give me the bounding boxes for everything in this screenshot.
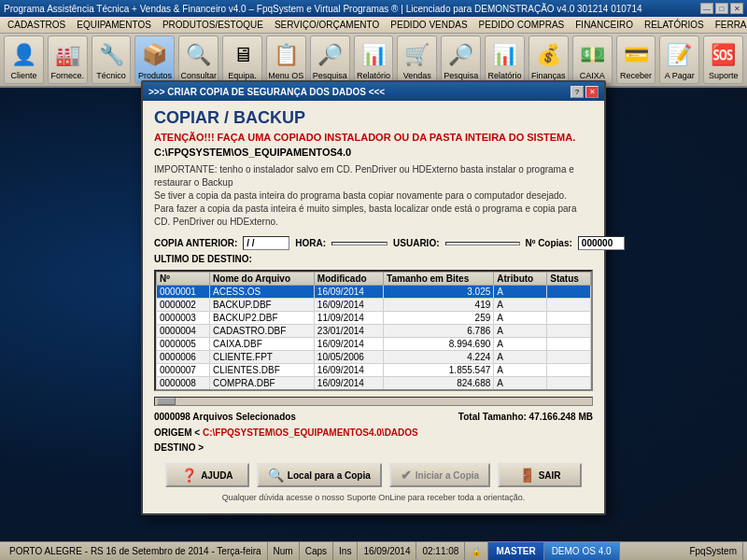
files-selected: 0000098 Arquivos Selecionados <box>154 412 296 422</box>
menu-equipamentos[interactable]: EQUIPAMENTOS <box>71 18 157 32</box>
title-bar-buttons: — □ ✕ <box>700 3 743 14</box>
ultimo-destino: ULTIMO DE DESTINO: <box>154 254 593 264</box>
maximize-button[interactable]: □ <box>715 3 728 14</box>
col-status: Status <box>547 273 591 286</box>
ajuda-icon: ❓ <box>181 468 197 483</box>
table-header-row: Nº Nome do Arquivo Modificado Tamanho em… <box>157 273 591 286</box>
menu-financeiro[interactable]: FINANCEIRO <box>570 18 639 32</box>
table-row[interactable]: 0000007 CLIENTES.DBF 16/09/2014 1.855.54… <box>157 364 591 377</box>
copia-anterior-value: / / <box>243 236 289 250</box>
table-row[interactable]: 0000001 ACESS.OS 16/09/2014 3.025 A <box>157 286 591 299</box>
fornece-icon: 🏭 <box>52 40 82 70</box>
suporte-icon: 🆘 <box>709 40 739 70</box>
dialog-title: >>> CRIAR COPIA DE SEGURANÇA DOS DADOS <… <box>148 87 385 97</box>
table-row[interactable]: 0000002 BACKUP.DBF 16/09/2014 419 A <box>157 299 591 312</box>
close-button[interactable]: ✕ <box>730 3 743 14</box>
col-name: Nome do Arquivo <box>210 273 315 286</box>
sair-button[interactable]: 🚪 SAIR <box>498 463 582 487</box>
pesquisa1-icon: 🔎 <box>315 40 345 70</box>
table-row[interactable]: 0000004 CADASTRO.DBF 23/01/2014 6.786 A <box>157 325 591 338</box>
warning-text: ATENÇÃO!!! FAÇA UMA COPIADO INSTALADOR O… <box>154 132 593 143</box>
sair-icon: 🚪 <box>519 468 535 483</box>
ajuda-button[interactable]: ❓ AJUDA <box>165 463 249 487</box>
n-copias-label: Nº Copias: <box>526 238 572 248</box>
iniciar-button[interactable]: ✔ Iniciar a Copia <box>389 463 490 487</box>
path-text: C:\FPQSYSTEM\OS_EQUIPAMENTOS4.0 <box>154 147 593 158</box>
local-button[interactable]: 🔍 Local para a Copia <box>257 463 382 487</box>
summary-row: 0000098 Arquivos Selecionados Total Tama… <box>154 412 593 422</box>
footer-text: Qualquer dúvida acesse o nosso Suporte O… <box>154 493 593 502</box>
app-title: Programa Assistência Técnica + Vendas & … <box>4 4 642 14</box>
menu-servico[interactable]: SERVIÇO/ORÇAMENTO <box>269 18 385 32</box>
dialog-content: COPIAR / BACKUP ATENÇÃO!!! FAÇA UMA COPI… <box>143 101 604 513</box>
usuario-label: USUARIO: <box>393 238 439 248</box>
menu-cadastros[interactable]: CADASTROS <box>2 18 71 32</box>
menu-produtos[interactable]: PRODUTOS/ESTOQUE <box>157 18 269 32</box>
file-table: Nº Nome do Arquivo Modificado Tamanho em… <box>156 272 591 391</box>
table-row[interactable]: 0000006 CLIENTE.FPT 10/05/2006 4.224 A <box>157 351 591 364</box>
hora-label: HORA: <box>295 238 326 248</box>
relatorio2-icon: 📊 <box>490 40 520 70</box>
cliente-icon: 👤 <box>8 40 38 70</box>
usuario-value <box>445 242 520 245</box>
col-n: Nº <box>157 273 210 286</box>
total-label: Total Tamanho: 47.166.248 MB <box>458 412 593 422</box>
copia-anterior-label: COPIA ANTERIOR: <box>154 238 237 248</box>
file-table-body: 0000001 ACESS.OS 16/09/2014 3.025 A 0000… <box>157 286 591 392</box>
col-modified: Modificado <box>314 273 383 286</box>
consultar-icon: 🔍 <box>184 40 214 70</box>
menu-pedido-vendas[interactable]: PEDIDO VENDAS <box>385 18 472 32</box>
table-row[interactable]: 0000008 COMPRA.DBF 16/09/2014 824.688 A <box>157 377 591 390</box>
destino-line: DESTINO > <box>154 441 593 455</box>
origin-dest: ORIGEM < C:\FPQSYSTEM\OS_EQUIPAMENTOS4.0… <box>154 426 593 455</box>
vendas-icon: 🛒 <box>402 40 432 70</box>
dialog-controls: ? ✕ <box>571 86 599 98</box>
menu-relatorios[interactable]: RELATÓRIOS <box>639 18 710 32</box>
col-size: Tamanho em Bites <box>384 273 494 286</box>
local-icon: 🔍 <box>268 468 284 483</box>
scroll-area[interactable] <box>154 397 593 406</box>
table-row[interactable]: 0000003 BACKUP2.DBF 11/09/2014 259 A <box>157 312 591 325</box>
modal-overlay: >>> CRIAR COPIA DE SEGURANÇA DOS DADOS <… <box>0 71 747 560</box>
produtos-icon: 📦 <box>140 40 170 70</box>
table-row[interactable]: 0000009 COMPRA2.DBF 19/03/2013 1.167.220… <box>157 390 591 392</box>
a-pagar-icon: 📝 <box>665 40 695 70</box>
file-table-container[interactable]: Nº Nome do Arquivo Modificado Tamanho em… <box>154 270 593 391</box>
menu-bar: CADASTROS EQUIPAMENTOS PRODUTOS/ESTOQUE … <box>0 17 747 34</box>
pesquisa2-icon: 🔎 <box>446 40 476 70</box>
info-text: IMPORTANTE: tenho o instalador salvo em … <box>154 163 593 229</box>
minimize-button[interactable]: — <box>700 3 713 14</box>
form-row: COPIA ANTERIOR: / / HORA: USUARIO: Nº Co… <box>154 236 593 250</box>
scroll-thumb[interactable] <box>157 398 176 405</box>
n-copias-value: 000000 <box>578 236 625 250</box>
menu-os-icon: 📋 <box>271 40 301 70</box>
financas-icon: 💰 <box>533 40 563 70</box>
dialog-help-button[interactable]: ? <box>571 86 584 98</box>
backup-dialog: >>> CRIAR COPIA DE SEGURANÇA DOS DADOS <… <box>141 80 606 515</box>
dialog-close-button[interactable]: ✕ <box>585 86 599 98</box>
col-attr: Atributo <box>494 273 547 286</box>
dialog-buttons: ❓ AJUDA 🔍 Local para a Copia ✔ Iniciar a… <box>154 463 593 487</box>
caixa-icon: 💵 <box>577 40 607 70</box>
origin-line: ORIGEM < C:\FPQSYSTEM\OS_EQUIPAMENTOS4.0… <box>154 426 593 441</box>
dialog-titlebar: >>> CRIAR COPIA DE SEGURANÇA DOS DADOS <… <box>143 82 604 101</box>
receber-icon: 💳 <box>621 40 651 70</box>
equipa-icon: 🖥 <box>228 40 258 70</box>
dialog-heading: COPIAR / BACKUP <box>154 108 593 128</box>
relatorio1-icon: 📊 <box>359 40 388 70</box>
tecnico-icon: 🔧 <box>96 40 126 70</box>
menu-pedido-compras[interactable]: PEDIDO COMPRAS <box>473 18 571 32</box>
iniciar-icon: ✔ <box>401 468 412 483</box>
table-row[interactable]: 0000005 CAIXA.DBF 16/09/2014 8.994.690 A <box>157 338 591 351</box>
hora-value <box>331 242 388 245</box>
title-bar: Programa Assistência Técnica + Vendas & … <box>0 0 747 17</box>
menu-ferramentas[interactable]: FERRAMENTAS <box>710 18 747 32</box>
